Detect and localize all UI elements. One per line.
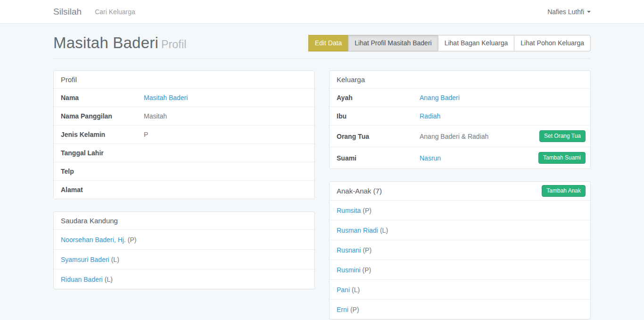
nav-cari-keluarga[interactable]: Cari Keluarga bbox=[95, 8, 135, 16]
profil-row: Alamat bbox=[54, 180, 314, 199]
gender-label: (P) bbox=[363, 266, 372, 274]
child-name-link[interactable]: Rusnani bbox=[337, 246, 361, 254]
field-value[interactable]: Anang Baderi bbox=[420, 94, 460, 101]
field-label: Orang Tua bbox=[333, 133, 420, 140]
keluarga-row: Ibu Radiah bbox=[330, 107, 590, 125]
sibling-name-link[interactable]: Syamsuri Baderi bbox=[61, 256, 109, 263]
panel-keluarga-title: Keluarga bbox=[337, 76, 365, 84]
gender-label: (P) bbox=[128, 236, 137, 244]
child-name-link[interactable]: Rumsita bbox=[337, 207, 361, 214]
field-label: Jenis Kelamin bbox=[58, 131, 144, 138]
panel-saudara-heading: Saudara Kandung bbox=[54, 212, 314, 229]
tambah-anak-button[interactable]: Tambah Anak bbox=[542, 185, 586, 197]
person-name: Masitah Baderi bbox=[53, 34, 158, 51]
field-value[interactable]: Radiah bbox=[420, 112, 440, 120]
child-name-link[interactable]: Pani bbox=[337, 286, 350, 294]
brand-silsilah[interactable]: Silsilah bbox=[53, 7, 82, 17]
sibling-row: Riduan Baderi(L) bbox=[54, 269, 314, 289]
profil-row: Tanggal Lahir bbox=[54, 143, 314, 162]
profile-action-button[interactable]: Lihat Profil Masitah Baderi bbox=[348, 35, 438, 51]
panel-keluarga: Keluarga Ayah Anang Baderi bbox=[329, 70, 591, 169]
keluarga-row: Suami Nasrun Tambah Suami bbox=[330, 147, 590, 168]
user-menu[interactable]: Nafies Luthfi bbox=[547, 8, 591, 16]
gender-label: (L) bbox=[380, 227, 388, 234]
gender-label: (L) bbox=[352, 286, 360, 294]
profile-action-group: Edit Data Lihat Profil Masitah Baderi Li… bbox=[309, 35, 591, 51]
row-action-button[interactable]: Set Orang Tua bbox=[539, 130, 586, 142]
child-name-link[interactable]: Erni bbox=[337, 306, 348, 313]
panel-saudara-kandung: Saudara Kandung Noorsehan Baderi, Hj.(P) bbox=[53, 211, 315, 289]
gender-label: (P) bbox=[363, 246, 372, 254]
child-row: Rumsita(P) bbox=[330, 200, 590, 220]
field-value[interactable]: Nasrun bbox=[420, 154, 441, 162]
child-name-link[interactable]: Rusman Riadi bbox=[337, 227, 378, 234]
child-row: Rusnani(P) bbox=[330, 240, 590, 260]
page-subtitle: Profil bbox=[161, 38, 187, 51]
field-label: Telp bbox=[58, 168, 144, 175]
field-label: Suami bbox=[333, 154, 420, 162]
child-name-link[interactable]: Rusmini bbox=[337, 266, 361, 274]
keluarga-row: Ayah Anang Baderi bbox=[330, 88, 590, 107]
profil-row: Nama Masitah Baderi bbox=[54, 88, 314, 107]
panel-keluarga-heading: Keluarga bbox=[330, 71, 590, 88]
panel-anak-heading: Anak-Anak (7) Tambah Anak bbox=[330, 182, 590, 200]
profil-row: Nama Panggilan Masitah bbox=[54, 107, 314, 125]
child-row: Rusman Riadi(L) bbox=[330, 220, 590, 240]
profil-row: Telp bbox=[54, 162, 314, 180]
sibling-name-link[interactable]: Noorsehan Baderi, Hj. bbox=[61, 236, 126, 244]
row-action-button[interactable]: Tambah Suami bbox=[538, 152, 586, 164]
panel-profil-title: Profil bbox=[61, 76, 77, 84]
user-name: Nafies Luthfi bbox=[547, 8, 584, 16]
caret-down-icon bbox=[587, 11, 591, 13]
panel-profil-heading: Profil bbox=[54, 71, 314, 88]
child-row: Rusmini(P) bbox=[330, 260, 590, 279]
title-divider bbox=[53, 59, 591, 59]
gender-label: (P) bbox=[350, 306, 359, 313]
panel-anak-title: Anak-Anak (7) bbox=[337, 187, 382, 195]
field-label: Alamat bbox=[58, 186, 144, 194]
panel-saudara-title: Saudara Kandung bbox=[61, 217, 118, 225]
page-title: Masitah BaderiProfil bbox=[53, 34, 187, 52]
panel-profil: Profil Nama Masitah Baderi Nama Panggi bbox=[53, 70, 315, 199]
field-label: Tanggal Lahir bbox=[58, 149, 144, 157]
panel-anak-anak: Anak-Anak (7) Tambah Anak Rumsita(P) bbox=[329, 181, 591, 320]
sibling-row: Syamsuri Baderi(L) bbox=[54, 249, 314, 269]
sibling-name-link[interactable]: Riduan Baderi bbox=[61, 276, 103, 283]
field-label: Ibu bbox=[333, 112, 420, 120]
profile-action-button[interactable]: Edit Data bbox=[308, 35, 349, 51]
field-value: Masitah bbox=[144, 112, 167, 120]
gender-label: (L) bbox=[105, 276, 113, 283]
field-label: Nama Panggilan bbox=[58, 112, 144, 120]
keluarga-row: Orang Tua Anang Baderi & Radiah Set Oran… bbox=[330, 125, 590, 147]
field-value: Anang Baderi & Radiah bbox=[420, 133, 488, 140]
field-label: Ayah bbox=[333, 94, 420, 101]
child-row: Pani(L) bbox=[330, 279, 590, 299]
gender-label: (P) bbox=[363, 207, 372, 214]
field-label: Nama bbox=[58, 94, 144, 101]
gender-label: (L) bbox=[111, 256, 119, 263]
child-row: Erni(P) bbox=[330, 299, 590, 319]
field-value: P bbox=[144, 131, 148, 138]
sibling-row: Noorsehan Baderi, Hj.(P) bbox=[54, 229, 314, 249]
navbar: Silsilah Cari Keluarga Nafies Luthfi bbox=[0, 0, 644, 24]
profile-action-button[interactable]: Lihat Bagan Keluarga bbox=[438, 35, 515, 51]
field-value[interactable]: Masitah Baderi bbox=[144, 94, 188, 101]
profil-row: Jenis Kelamin P bbox=[54, 125, 314, 143]
profile-action-button[interactable]: Lihat Pohon Keluarga bbox=[514, 35, 591, 51]
